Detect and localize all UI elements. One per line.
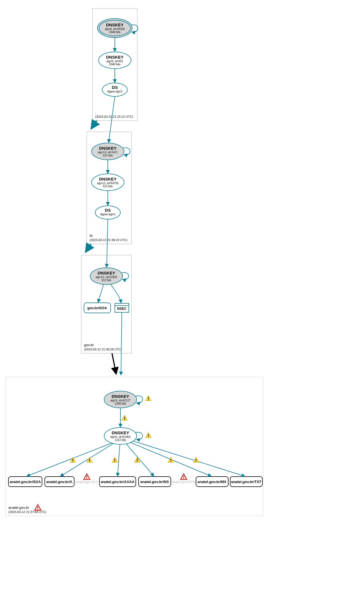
svg-text:gov.br/SOA: gov.br/SOA	[87, 306, 107, 310]
warning-icon	[112, 457, 118, 462]
record-anatel-ns[interactable]: anatel.gov.br/NS	[139, 477, 171, 487]
warning-icon	[168, 457, 174, 462]
node-br-ksk[interactable]: DNSKEY alg=13, id=2471 512 bits	[92, 143, 124, 160]
svg-text:1152 bits: 1152 bits	[115, 438, 126, 442]
warning-icon	[146, 396, 151, 401]
svg-text:2048 bits: 2048 bits	[109, 31, 121, 34]
warning-icon	[134, 457, 140, 462]
svg-text:DS: DS	[105, 208, 111, 213]
warning-icon	[146, 433, 151, 438]
error-icon	[181, 474, 187, 479]
svg-text:512 bits: 512 bits	[101, 279, 111, 282]
svg-text:digest alg=2: digest alg=2	[107, 90, 123, 93]
error-icon	[35, 505, 41, 510]
svg-text:anatel.gov.br/MX: anatel.gov.br/MX	[197, 480, 226, 484]
record-anatel-soa[interactable]: anatel.gov.br/SOA	[8, 477, 42, 487]
warning-icon	[193, 457, 199, 462]
edge-zsk-aaaa	[118, 444, 120, 476]
svg-text:alg=13, id=52092: alg=13, id=52092	[95, 276, 117, 279]
svg-text:anatel.gov.br/SOA: anatel.gov.br/SOA	[10, 480, 41, 484]
record-ghost-a: anatel.gov.br/A	[76, 480, 98, 484]
edge-br-ds-govbr-ksk	[107, 219, 108, 267]
svg-text:DNSKEY: DNSKEY	[106, 55, 124, 59]
svg-text:alg=13, id=56755: alg=13, id=56755	[97, 182, 119, 185]
svg-text:DNSKEY: DNSKEY	[99, 146, 117, 151]
svg-text:alg=8, id=951: alg=8, id=951	[106, 60, 123, 63]
edge-govbr-ksk-nsec	[111, 284, 121, 303]
deleg-arrow-br-govbr	[85, 244, 91, 252]
node-root-ksk[interactable]: DNSKEY alg=8, id=20326 2048 bits	[97, 19, 132, 38]
zone-ts-govbr: (2023-03-12 21:36:28 UTC)	[84, 348, 122, 351]
svg-text:anatel.gov.br/NS: anatel.gov.br/NS	[140, 480, 169, 484]
zone-ts-br: (2023-03-12 21:36:23 UTC)	[90, 238, 127, 242]
svg-text:alg=5, id=42127: alg=5, id=42127	[110, 399, 130, 402]
error-icon	[84, 474, 90, 479]
svg-text:alg=13, id=2471: alg=13, id=2471	[98, 151, 118, 154]
deleg-arrow-root-br	[91, 121, 97, 129]
edge-zsk-ns	[126, 444, 154, 476]
record-anatel-a[interactable]: anatel.gov.br/A	[45, 477, 74, 487]
svg-text:digest alg=2: digest alg=2	[100, 213, 116, 216]
zone-label-br: br	[90, 234, 93, 238]
dnssec-graph: . (2023-03-12 21:15:12 UTC) DNSKEY alg=8…	[0, 0, 364, 612]
edge-govbr-ksk-soa	[98, 284, 104, 302]
node-govbr-soa[interactable]: gov.br/SOA	[84, 303, 111, 313]
node-govbr-nsec[interactable]: NSEC	[115, 303, 129, 312]
svg-text:alg=8, id=20326: alg=8, id=20326	[105, 27, 125, 31]
warning-icon	[87, 457, 92, 462]
svg-text:DS: DS	[112, 85, 118, 90]
zone-label-govbr: gov.br	[84, 343, 94, 347]
svg-text:DNSKEY: DNSKEY	[106, 22, 124, 27]
node-govbr-ksk[interactable]: DNSKEY alg=13, id=52092 512 bits	[90, 268, 123, 285]
zone-label-root: .	[95, 110, 96, 114]
node-br-zsk[interactable]: DNSKEY alg=13, id=56755 512 bits	[92, 174, 124, 191]
svg-text:NSEC: NSEC	[117, 307, 127, 311]
svg-text:anatel.gov.br/TXT: anatel.gov.br/TXT	[231, 480, 261, 484]
svg-text:alg=5, id=51903: alg=5, id=51903	[110, 435, 130, 438]
edge-root-ds-br-ksk	[109, 96, 115, 143]
record-anatel-mx[interactable]: anatel.gov.br/MX	[196, 477, 228, 487]
svg-text:1280 bits: 1280 bits	[115, 402, 126, 405]
warning-icon	[70, 457, 76, 462]
record-anatel-txt[interactable]: anatel.gov.br/TXT	[230, 477, 262, 487]
edge-govbr-nsec-anatel	[121, 312, 122, 375]
svg-text:DNSKEY: DNSKEY	[112, 394, 129, 399]
svg-text:DNSKEY: DNSKEY	[98, 271, 115, 275]
svg-text:DNSKEY: DNSKEY	[99, 177, 117, 181]
warning-icon	[122, 415, 127, 420]
zone-ts-root: (2023-03-12 21:15:12 UTC)	[95, 115, 133, 118]
svg-text:DNSKEY: DNSKEY	[112, 430, 129, 435]
svg-text:512 bits: 512 bits	[103, 154, 113, 157]
edge-zsk-soa	[27, 443, 112, 476]
node-anatel-zsk[interactable]: DNSKEY alg=5, id=51903 1152 bits	[104, 428, 137, 444]
node-br-ds[interactable]: DS digest alg=2	[95, 206, 120, 219]
zone-ts-anatel: (2023-03-12 21:37:04 UTC)	[8, 510, 46, 514]
svg-text:anatel.gov.br/A: anatel.gov.br/A	[46, 480, 73, 484]
svg-text:512 bits: 512 bits	[103, 185, 113, 188]
deleg-arrow-govbr-anatel-black	[112, 353, 116, 374]
node-root-ds[interactable]: DS digest alg=2	[102, 83, 127, 96]
svg-text:anatel.gov.br/AAAA: anatel.gov.br/AAAA	[101, 480, 135, 484]
zone-label-anatel: anatel.gov.br	[8, 505, 29, 510]
svg-text:2048 bits: 2048 bits	[109, 63, 121, 66]
record-ghost-ns: anatel.gov.br/NS	[171, 480, 196, 484]
node-anatel-ksk[interactable]: DNSKEY alg=5, id=42127 1280 bits	[104, 391, 137, 408]
node-root-zsk[interactable]: DNSKEY alg=8, id=951 2048 bits	[99, 52, 131, 69]
record-anatel-aaaa[interactable]: anatel.gov.br/AAAA	[99, 477, 136, 487]
